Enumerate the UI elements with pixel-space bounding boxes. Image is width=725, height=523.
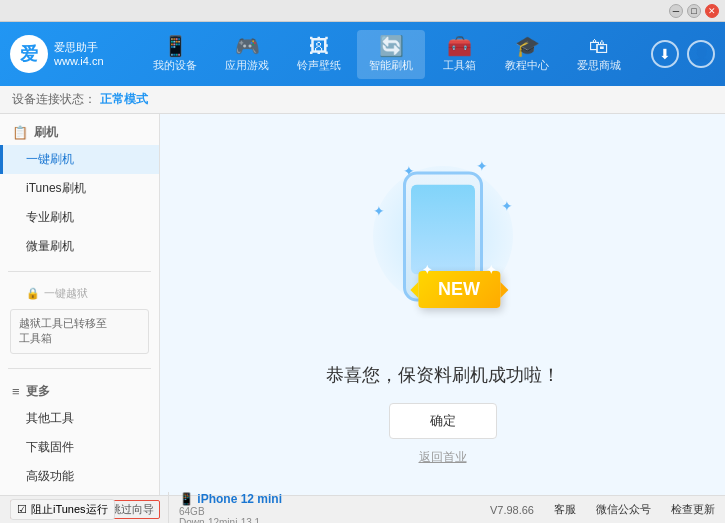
phone-screen-inner xyxy=(411,185,475,275)
sidebar-group-more: ≡ 更多 xyxy=(0,379,159,404)
logo-area: 爱 爱思助手 www.i4.cn xyxy=(10,35,104,73)
user-button[interactable]: 👤 xyxy=(687,40,715,68)
logo-text: 爱思助手 www.i4.cn xyxy=(54,40,104,69)
nav-store[interactable]: 🛍 爱思商城 xyxy=(565,30,633,79)
itunes-check-icon: ☑ xyxy=(17,503,27,516)
header: 爱 爱思助手 www.i4.cn 📱 我的设备 🎮 应用游戏 🖼 铃声壁纸 🔄 … xyxy=(0,22,725,86)
nav-smart-flash-label: 智能刷机 xyxy=(369,58,413,73)
device-model: Down-12mini-13,1 xyxy=(179,517,282,524)
title-bar: ─ □ ✕ xyxy=(0,0,725,22)
nav-ringtones-label: 铃声壁纸 xyxy=(297,58,341,73)
device-name: 📱 iPhone 12 mini xyxy=(179,492,282,506)
sidebar-jailbreak-disabled: 🔒 一键越狱 xyxy=(0,282,159,305)
sidebar-group-flash: 📋 刷机 xyxy=(0,120,159,145)
sidebar-section-jailbreak: 🔒 一键越狱 越狱工具已转移至工具箱 xyxy=(0,276,159,364)
sidebar-item-pro-flash[interactable]: 专业刷机 xyxy=(0,203,159,232)
illustration: ✦ ✦ ✦ ✦ ✦ NEW ✦ xyxy=(343,143,543,343)
sidebar-divider-1 xyxy=(8,271,151,272)
nav-tutorial-label: 教程中心 xyxy=(505,58,549,73)
nav-my-device[interactable]: 📱 我的设备 xyxy=(141,30,209,79)
nav-my-device-label: 我的设备 xyxy=(153,58,197,73)
sidebar-item-one-key-flash[interactable]: 一键刷机 xyxy=(0,145,159,174)
itunes-status-bar: ☑ 阻止iTunes运行 xyxy=(0,495,125,523)
sidebar-item-micro-flash[interactable]: 微量刷机 xyxy=(0,232,159,261)
flash-group-icon: 📋 xyxy=(12,125,28,140)
device-info: 📱 iPhone 12 mini 64GB Down-12mini-13,1 xyxy=(168,492,292,524)
wechat-link[interactable]: 微信公众号 xyxy=(596,502,651,517)
tutorial-icon: 🎓 xyxy=(515,36,540,56)
sidebar-jailbreak-note: 越狱工具已转移至工具箱 xyxy=(10,309,149,354)
sidebar-item-download-firmware[interactable]: 下载固件 xyxy=(0,433,159,462)
nav-tutorial[interactable]: 🎓 教程中心 xyxy=(493,30,561,79)
status-label: 设备连接状态： xyxy=(12,91,96,108)
nav-items: 📱 我的设备 🎮 应用游戏 🖼 铃声壁纸 🔄 智能刷机 🧰 工具箱 🎓 教程中心… xyxy=(124,30,651,79)
version-text: V7.98.66 xyxy=(490,504,534,516)
lock-icon: 🔒 xyxy=(26,287,40,300)
wallpaper-icon: 🖼 xyxy=(309,36,329,56)
sidebar-section-flash: 📋 刷机 一键刷机 iTunes刷机 专业刷机 微量刷机 xyxy=(0,114,159,267)
download-button[interactable]: ⬇ xyxy=(651,40,679,68)
check-update-link[interactable]: 检查更新 xyxy=(671,502,715,517)
itunes-toggle-btn[interactable]: ☑ 阻止iTunes运行 xyxy=(10,499,115,520)
logo-line1: 爱思助手 xyxy=(54,40,104,54)
phone-screen xyxy=(411,185,475,275)
sidebar: 📋 刷机 一键刷机 iTunes刷机 专业刷机 微量刷机 🔒 一键越狱 xyxy=(0,114,160,495)
nav-smart-flash[interactable]: 🔄 智能刷机 xyxy=(357,30,425,79)
sidebar-section-more: ≡ 更多 其他工具 下载固件 高级功能 xyxy=(0,373,159,495)
device-name-text: iPhone 12 mini xyxy=(197,492,282,506)
sidebar-item-itunes-flash[interactable]: iTunes刷机 xyxy=(0,174,159,203)
logo-circle: 爱 xyxy=(10,35,48,73)
phone-icon: 📱 xyxy=(163,36,188,56)
new-badge: ✦ NEW ✦ xyxy=(418,271,500,308)
customer-service-link[interactable]: 客服 xyxy=(554,502,576,517)
content-area: ✦ ✦ ✦ ✦ ✦ NEW ✦ 恭喜您，保资料刷机成功啦！ 确定 返回首业 xyxy=(160,114,725,495)
new-badge-text: NEW xyxy=(438,279,480,299)
sidebar-item-other-tools[interactable]: 其他工具 xyxy=(0,404,159,433)
sidebar-one-key-flash-label: 一键刷机 xyxy=(26,152,74,166)
nav-apps-games-label: 应用游戏 xyxy=(225,58,269,73)
sidebar-other-tools-label: 其他工具 xyxy=(26,411,74,425)
sidebar-pro-flash-label: 专业刷机 xyxy=(26,210,74,224)
sidebar-advanced-label: 高级功能 xyxy=(26,469,74,483)
sidebar-download-firmware-label: 下载固件 xyxy=(26,440,74,454)
sidebar-micro-flash-label: 微量刷机 xyxy=(26,239,74,253)
nav-toolbox[interactable]: 🧰 工具箱 xyxy=(429,30,489,79)
confirm-button[interactable]: 确定 xyxy=(389,403,497,439)
close-button[interactable]: ✕ xyxy=(705,4,719,18)
back-link[interactable]: 返回首业 xyxy=(419,449,467,466)
nav-toolbox-label: 工具箱 xyxy=(443,58,476,73)
device-storage: 64GB xyxy=(179,506,282,517)
store-icon: 🛍 xyxy=(589,36,609,56)
logo-line2: www.i4.cn xyxy=(54,54,104,68)
success-message: 恭喜您，保资料刷机成功啦！ xyxy=(326,363,560,387)
logo-icon: 爱 xyxy=(20,42,38,66)
sidebar-divider-2 xyxy=(8,368,151,369)
games-icon: 🎮 xyxy=(235,36,260,56)
toolbox-icon: 🧰 xyxy=(447,36,472,56)
sidebar-group-more-label: 更多 xyxy=(26,383,50,400)
bottom-right: V7.98.66 客服 微信公众号 检查更新 xyxy=(490,502,715,517)
sidebar-jailbreak-label: 一键越狱 xyxy=(44,286,88,301)
status-bar: 设备连接状态： 正常模式 xyxy=(0,86,725,114)
device-phone-icon: 📱 xyxy=(179,492,197,506)
sidebar-group-flash-label: 刷机 xyxy=(34,124,58,141)
flash-icon: 🔄 xyxy=(379,36,404,56)
sidebar-itunes-flash-label: iTunes刷机 xyxy=(26,181,86,195)
nav-store-label: 爱思商城 xyxy=(577,58,621,73)
star-4: ✦ xyxy=(501,198,513,214)
nav-apps-games[interactable]: 🎮 应用游戏 xyxy=(213,30,281,79)
star-2: ✦ xyxy=(476,158,488,174)
more-icon: ≡ xyxy=(12,384,20,399)
sidebar-item-advanced[interactable]: 高级功能 xyxy=(0,462,159,491)
minimize-button[interactable]: ─ xyxy=(669,4,683,18)
star-sparkle-left: ✦ xyxy=(422,263,432,277)
itunes-status-label: 阻止iTunes运行 xyxy=(31,502,108,517)
maximize-button[interactable]: □ xyxy=(687,4,701,18)
nav-actions: ⬇ 👤 xyxy=(651,40,715,68)
status-value: 正常模式 xyxy=(100,91,148,108)
star-sparkle-right: ✦ xyxy=(486,263,496,277)
main-layout: 📋 刷机 一键刷机 iTunes刷机 专业刷机 微量刷机 🔒 一键越狱 xyxy=(0,114,725,495)
nav-ringtones[interactable]: 🖼 铃声壁纸 xyxy=(285,30,353,79)
star-3: ✦ xyxy=(373,203,385,219)
